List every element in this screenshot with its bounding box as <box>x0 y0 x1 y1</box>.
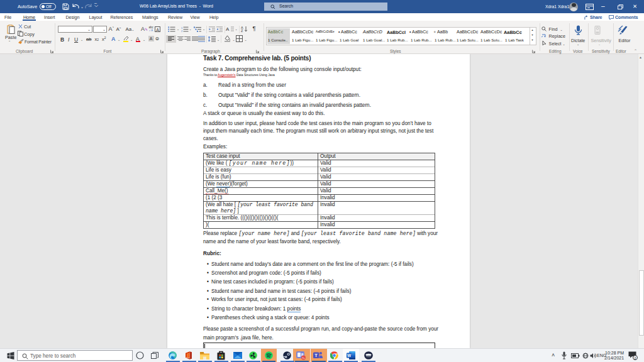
svg-text:A: A <box>226 26 230 32</box>
svg-text:1: 1 <box>181 26 183 30</box>
svg-text:9+: 9+ <box>303 356 306 359</box>
svg-text:2: 2 <box>181 30 183 32</box>
svg-text:T: T <box>314 353 318 358</box>
svg-text:W: W <box>347 353 352 358</box>
